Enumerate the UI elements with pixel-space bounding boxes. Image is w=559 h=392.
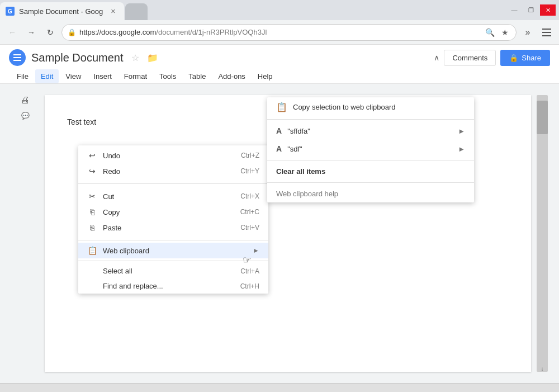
comments-button[interactable]: Comments xyxy=(444,50,496,66)
menu-insert[interactable]: Insert xyxy=(88,69,117,83)
find-replace-item[interactable]: Find and replace... Ctrl+H xyxy=(78,278,268,294)
hamburger-button[interactable] xyxy=(9,49,26,66)
select-all-item[interactable]: Select all Ctrl+A xyxy=(78,263,268,278)
hamburger-line xyxy=(13,54,21,55)
test-text: Test text xyxy=(67,117,96,126)
window-controls: — ❐ ✕ xyxy=(503,0,559,20)
cut-label: Cut xyxy=(103,192,235,201)
maximize-button[interactable]: ❐ xyxy=(523,4,539,16)
sffdfa-arrow-icon: ► xyxy=(458,127,465,135)
search-button[interactable]: 🔍 xyxy=(484,28,496,37)
edit-menu-section-1: ↩ Undo Ctrl+Z ↪ Redo Ctrl+Y xyxy=(78,145,268,181)
menu-line-3 xyxy=(542,35,551,36)
sffdfa-item[interactable]: A "sffdfa" ► xyxy=(267,122,474,140)
clipboard-help-item[interactable]: Web clipboard help xyxy=(267,185,474,202)
sdf-item[interactable]: A "sdf" ► xyxy=(267,140,474,158)
doc-title-row: Sample Document ☆ 📁 ∧ Comments 🔒 Share xyxy=(9,49,550,66)
hamburger-line xyxy=(13,57,21,58)
scrollbar[interactable]: ↓ xyxy=(537,95,548,372)
doc-sidebar-left: 🖨 💬 xyxy=(11,95,39,372)
cut-shortcut: Ctrl+X xyxy=(240,192,259,200)
inactive-tab[interactable] xyxy=(125,3,148,20)
copy-to-clipboard-item[interactable]: 📋 Copy selection to web clipboard xyxy=(267,97,474,117)
doc-area: Sample Document ☆ 📁 ∧ Comments 🔒 Share F… xyxy=(0,45,559,383)
extensions-button[interactable]: » xyxy=(520,25,536,40)
copy-shortcut: Ctrl+C xyxy=(240,208,259,216)
undo-label: Undo xyxy=(103,152,235,160)
comments-icon: 💬 xyxy=(21,112,30,120)
clipboard-help-label: Web clipboard help xyxy=(276,190,338,198)
undo-shortcut: Ctrl+Z xyxy=(241,152,259,159)
web-clipboard-icon: 📋 xyxy=(87,246,97,255)
url-text: https://docs.google.com/document/d/1j-nR… xyxy=(79,28,480,36)
web-clipboard-label: Web clipboard xyxy=(103,247,247,255)
menu-file[interactable]: File xyxy=(11,69,34,83)
star-button[interactable]: ☆ xyxy=(131,53,139,63)
clipboard-copy-icon: 📋 xyxy=(276,102,287,112)
redo-item[interactable]: ↪ Redo Ctrl+Y xyxy=(78,163,268,179)
scrollbar-thumb[interactable] xyxy=(537,101,548,134)
menu-view[interactable]: View xyxy=(60,69,87,83)
menu-divider-1 xyxy=(78,183,268,184)
menu-format[interactable]: Format xyxy=(119,69,153,83)
copy-label: Copy xyxy=(103,208,235,216)
share-button[interactable]: 🔒 Share xyxy=(500,50,550,66)
undo-item[interactable]: ↩ Undo Ctrl+Z xyxy=(78,148,268,163)
share-label: Share xyxy=(522,54,541,62)
minimize-button[interactable]: — xyxy=(506,4,522,16)
clear-all-item[interactable]: Clear all items xyxy=(267,163,474,180)
menu-tools[interactable]: Tools xyxy=(154,69,182,83)
menu-table[interactable]: Table xyxy=(183,69,211,83)
tab-close-button[interactable]: × xyxy=(107,6,119,17)
copy-icon: ⎗ xyxy=(87,207,97,216)
sdf-icon: A xyxy=(276,144,282,153)
paste-item[interactable]: ⎘ Paste Ctrl+V xyxy=(78,220,268,235)
doc-header-right: ∧ Comments 🔒 Share xyxy=(434,50,550,66)
lock-share-icon: 🔒 xyxy=(509,54,518,62)
cut-item[interactable]: ✂ Cut Ctrl+X xyxy=(78,188,268,204)
lock-icon: 🔒 xyxy=(68,29,76,36)
menu-edit[interactable]: Edit xyxy=(35,69,59,83)
mouse-pointer-icon: ☞ xyxy=(243,254,252,266)
copy-item[interactable]: ⎗ Copy Ctrl+C xyxy=(78,204,268,220)
redo-icon: ↪ xyxy=(87,167,97,176)
title-bar: G Sample Document - Goog × — ❐ ✕ xyxy=(0,0,559,20)
url-domain: https://docs.google.com xyxy=(79,28,156,36)
chrome-menu-button[interactable] xyxy=(539,25,555,40)
hamburger-line xyxy=(13,60,21,61)
doc-title: Sample Document xyxy=(31,51,124,64)
clear-all-label: Clear all items xyxy=(276,167,325,176)
close-button[interactable]: ✕ xyxy=(540,4,556,16)
tab-title: Sample Document - Goog xyxy=(19,7,103,16)
sffdfa-icon: A xyxy=(276,126,282,135)
url-path: /document/d/1j-nR3PRtlpVOQh3Jl xyxy=(156,28,267,36)
menu-addons[interactable]: Add-ons xyxy=(212,69,250,83)
paste-label: Paste xyxy=(103,224,235,232)
refresh-button[interactable]: ↻ xyxy=(42,25,58,40)
back-button[interactable]: ← xyxy=(4,25,20,40)
undo-icon: ↩ xyxy=(87,151,97,160)
redo-label: Redo xyxy=(103,167,235,176)
select-all-label: Select all xyxy=(103,267,235,275)
find-replace-label: Find and replace... xyxy=(103,282,235,290)
status-bar xyxy=(0,383,559,392)
menu-bar: File Edit View Insert Format Tools Table… xyxy=(9,69,550,83)
forward-button[interactable]: → xyxy=(23,25,39,40)
sdf-arrow-icon: ► xyxy=(458,145,465,153)
copy-to-clipboard-label: Copy selection to web clipboard xyxy=(293,103,396,111)
web-clipboard-submenu: 📋 Copy selection to web clipboard A "sff… xyxy=(267,97,474,202)
web-clipboard-item[interactable]: 📋 Web clipboard ► ☞ 📋 Copy selection to … xyxy=(78,243,268,258)
print-icon[interactable]: 🖨 xyxy=(21,95,30,105)
submenu-divider-2 xyxy=(267,160,474,160)
browser-window: G Sample Document - Goog × — ❐ ✕ ← → ↻ 🔒… xyxy=(0,0,559,392)
folder-button[interactable]: 📁 xyxy=(147,53,158,63)
select-all-shortcut: Ctrl+A xyxy=(240,267,259,275)
url-box[interactable]: 🔒 https://docs.google.com/document/d/1j-… xyxy=(61,24,517,41)
find-replace-shortcut: Ctrl+H xyxy=(240,282,259,290)
active-tab[interactable]: G Sample Document - Goog × xyxy=(0,2,124,20)
menu-help[interactable]: Help xyxy=(252,69,278,83)
bookmark-button[interactable]: ★ xyxy=(500,28,510,37)
expand-button[interactable]: ∧ xyxy=(434,53,439,62)
submenu-divider-3 xyxy=(267,182,474,183)
doc-header: Sample Document ☆ 📁 ∧ Comments 🔒 Share F… xyxy=(0,45,559,84)
